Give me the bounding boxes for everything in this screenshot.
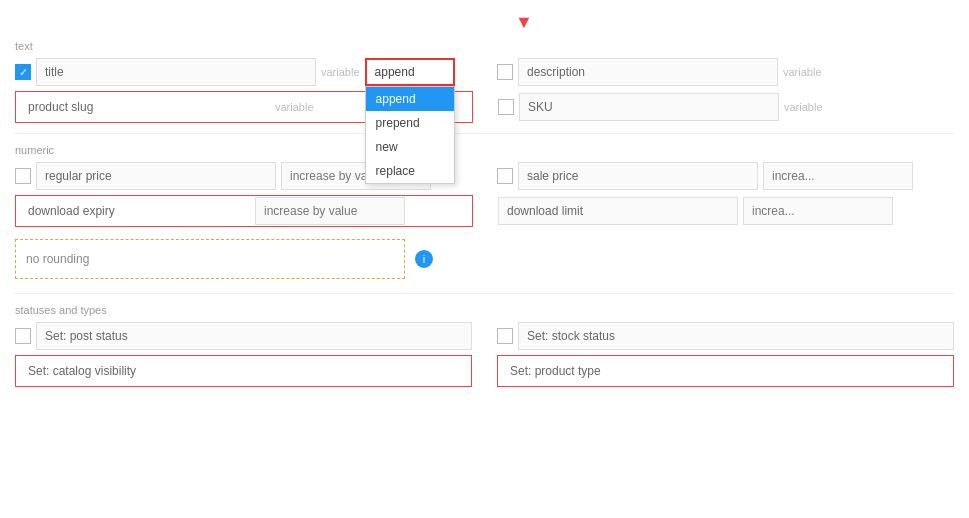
- title-action-value: append: [375, 65, 415, 79]
- main-content: ▼ text variable append append prepend ne…: [0, 0, 969, 402]
- download-limit-input[interactable]: [498, 197, 738, 225]
- stock-status-checkbox[interactable]: [497, 328, 513, 344]
- description-operator-label: variable: [783, 66, 822, 78]
- sale-price-increase[interactable]: [763, 162, 913, 190]
- arrow-indicator: ▼: [515, 12, 533, 33]
- title-input[interactable]: [36, 58, 316, 86]
- download-expiry-increase[interactable]: [255, 197, 405, 225]
- post-status-input[interactable]: [36, 322, 472, 350]
- description-checkbox[interactable]: [497, 64, 513, 80]
- post-status-checkbox[interactable]: [15, 328, 31, 344]
- option-replace[interactable]: replace: [366, 159, 454, 183]
- product-slug-input[interactable]: [20, 93, 270, 121]
- title-action-trigger[interactable]: append: [365, 58, 455, 86]
- stock-status-input[interactable]: [518, 322, 954, 350]
- product-type-input[interactable]: [502, 357, 949, 385]
- catalog-visibility-input[interactable]: [20, 357, 467, 385]
- sku-operator-label: variable: [784, 101, 823, 113]
- option-prepend[interactable]: prepend: [366, 111, 454, 135]
- text-section-label: text: [15, 40, 954, 52]
- download-limit-increase[interactable]: [743, 197, 893, 225]
- action-dropdown-menu[interactable]: append prepend new replace: [365, 86, 455, 184]
- section-divider-1: [15, 133, 954, 134]
- sku-input[interactable]: [519, 93, 779, 121]
- download-expiry-input[interactable]: [20, 197, 250, 225]
- title-operator-label: variable: [321, 66, 360, 78]
- product-slug-operator-label: variable: [275, 101, 314, 113]
- sale-price-input[interactable]: [518, 162, 758, 190]
- description-input[interactable]: [518, 58, 778, 86]
- title-checkbox[interactable]: [15, 64, 31, 80]
- section-divider-2: [15, 293, 954, 294]
- sku-checkbox[interactable]: [498, 99, 514, 115]
- regular-price-checkbox[interactable]: [15, 168, 31, 184]
- statuses-section-label: statuses and types: [15, 304, 954, 316]
- rounding-box[interactable]: no rounding: [15, 239, 405, 279]
- option-new[interactable]: new: [366, 135, 454, 159]
- option-append[interactable]: append: [366, 87, 454, 111]
- info-icon[interactable]: i: [415, 250, 433, 268]
- regular-price-input[interactable]: [36, 162, 276, 190]
- sale-price-checkbox[interactable]: [497, 168, 513, 184]
- rounding-label: no rounding: [26, 252, 89, 266]
- title-action-dropdown[interactable]: append append prepend new replace: [365, 58, 455, 86]
- numeric-section-label: numeric: [15, 144, 954, 156]
